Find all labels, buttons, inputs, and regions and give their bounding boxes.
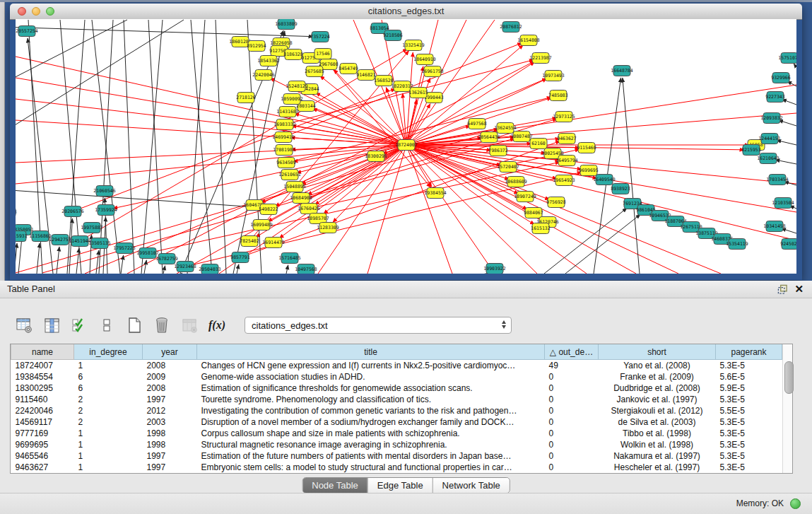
table-cell[interactable]: 0 bbox=[545, 439, 599, 450]
graph-node[interactable]: 11431683 bbox=[276, 107, 298, 117]
table-cell[interactable]: 2012 bbox=[143, 405, 197, 416]
table-row[interactable]: 969969511998Structural magnetic resonanc… bbox=[11, 439, 782, 450]
graph-node[interactable]: 20564436 bbox=[478, 132, 500, 143]
tab-node-table[interactable]: Node Table bbox=[302, 478, 367, 493]
graph-node[interactable]: 12942757 bbox=[49, 235, 71, 245]
table-cell[interactable]: Franke et al. (2009) bbox=[599, 371, 716, 382]
table-cell[interactable]: Changes of HCN gene expression and I(f) … bbox=[197, 360, 545, 372]
graph-node[interactable]: 13505135 bbox=[88, 238, 110, 249]
table-cell[interactable]: Embryonic stem cells: a model to study s… bbox=[197, 462, 545, 473]
graph-node[interactable]: 16983332 bbox=[273, 119, 295, 130]
graph-node[interactable]: 10590092 bbox=[281, 94, 302, 105]
graph-node[interactable]: 8186328 bbox=[283, 49, 302, 60]
scrollbar-thumb[interactable] bbox=[784, 361, 794, 394]
graph-node[interactable]: 16760426 bbox=[298, 204, 319, 214]
table-cell[interactable]: 19384554 bbox=[11, 371, 74, 382]
graph-node[interactable]: 13624554 bbox=[494, 123, 516, 134]
table-cell[interactable]: 2008 bbox=[143, 382, 197, 394]
graph-node[interactable]: 15248129 bbox=[286, 81, 307, 92]
graph-node[interactable]: 15354119 bbox=[726, 239, 748, 250]
graph-node[interactable]: 9055013 bbox=[16, 207, 17, 218]
table-cell[interactable]: Disruption of a novel member of a sodium… bbox=[197, 416, 545, 428]
graph-node[interactable]: 3915931 bbox=[16, 231, 28, 242]
table-cell[interactable]: 1 bbox=[74, 450, 143, 462]
table-row[interactable]: 1830029562008Estimation of significance … bbox=[11, 382, 782, 394]
graph-node[interactable]: 15720407 bbox=[497, 162, 519, 173]
table-cell[interactable]: 1998 bbox=[143, 428, 197, 439]
table-cell[interactable]: 0 bbox=[545, 450, 599, 462]
table-cell[interactable]: 1 bbox=[74, 439, 143, 450]
graph-node[interactable]: 18724007 bbox=[395, 140, 417, 151]
graph-node[interactable]: 15716485 bbox=[278, 253, 300, 264]
table-cell[interactable]: 0 bbox=[545, 405, 599, 416]
graph-node[interactable]: 12923468 bbox=[174, 262, 196, 272]
graph-node[interactable]: 14699419 bbox=[272, 132, 294, 143]
table-scrollbar[interactable] bbox=[782, 344, 792, 473]
row-height-icon[interactable] bbox=[98, 317, 115, 334]
tab-network-table[interactable]: Network Table bbox=[433, 478, 510, 493]
table-cell[interactable]: 0 bbox=[545, 394, 599, 405]
table-cell[interactable]: 18300295 bbox=[11, 382, 74, 394]
table-selector-dropdown[interactable]: citations_edges.txt bbox=[245, 317, 512, 334]
graph-node[interactable]: 8454749 bbox=[339, 64, 358, 74]
graph-node[interactable]: 9218506 bbox=[383, 30, 402, 41]
close-window-icon[interactable] bbox=[18, 7, 26, 16]
table-row[interactable]: 1456911722003Disruption of a novel membe… bbox=[11, 416, 782, 428]
graph-node[interactable]: 7357224 bbox=[310, 32, 329, 42]
table-cell[interactable]: 5.3E-5 bbox=[716, 428, 782, 439]
table-cell[interactable]: Hescheler et al. (1997) bbox=[599, 462, 716, 473]
table-row[interactable]: 946554611997Estimation of the future num… bbox=[11, 450, 782, 462]
graph-node[interactable]: 6497568 bbox=[467, 119, 486, 129]
column-header-3[interactable]: title bbox=[197, 344, 545, 360]
graph-node[interactable]: 16409540 bbox=[593, 175, 615, 185]
table-cell[interactable]: 1 bbox=[74, 360, 143, 372]
graph-node[interactable]: 10903922 bbox=[483, 264, 505, 274]
table-cell[interactable]: 6 bbox=[74, 382, 143, 394]
table-cell[interactable]: Estimation of the future numbers of pati… bbox=[197, 450, 545, 462]
table-cell[interactable]: de Silva et al. (2003) bbox=[599, 416, 716, 428]
table-cell[interactable]: 1 bbox=[74, 428, 143, 439]
graph-node[interactable]: 12213987 bbox=[529, 53, 551, 64]
graph-node[interactable]: 12610651 bbox=[278, 170, 300, 180]
column-header-1[interactable]: in_degree bbox=[74, 344, 143, 360]
table-cell[interactable]: 1997 bbox=[143, 462, 197, 473]
function-builder-icon[interactable]: f(x) bbox=[208, 317, 225, 334]
graph-node[interactable]: 17081983 bbox=[273, 145, 295, 156]
table-cell[interactable]: 2009 bbox=[143, 371, 197, 382]
table-cell[interactable]: 5.3E-5 bbox=[716, 462, 782, 473]
graph-node[interactable]: 16648784 bbox=[611, 66, 632, 76]
graph-node[interactable]: 18907249 bbox=[514, 192, 536, 202]
graph-node[interactable]: 7485083 bbox=[548, 90, 567, 101]
table-cell[interactable]: Investigating the contribution of common… bbox=[197, 405, 545, 416]
graph-node[interactable]: 9245022 bbox=[780, 239, 796, 250]
table-cell[interactable]: 9115460 bbox=[11, 394, 74, 405]
graph-node[interactable]: 22420046 bbox=[252, 70, 274, 81]
table-cell[interactable]: 2 bbox=[74, 405, 143, 416]
network-window-titlebar[interactable]: citations_edges.txt bbox=[10, 4, 802, 20]
graph-node[interactable]: 10341458 bbox=[763, 221, 785, 232]
table-cell[interactable]: 5.3E-5 bbox=[716, 416, 782, 428]
table-cell[interactable]: Tibbo et al. (1998) bbox=[599, 428, 716, 439]
graph-node[interactable]: 20876812 bbox=[500, 22, 522, 33]
table-cell[interactable]: 9465546 bbox=[11, 450, 74, 462]
graph-node[interactable]: 10973493 bbox=[542, 71, 564, 81]
minimize-window-icon[interactable] bbox=[32, 7, 40, 16]
close-panel-icon[interactable]: ✕ bbox=[794, 282, 804, 296]
column-header-4[interactable]: △ out_de… bbox=[545, 344, 599, 360]
graph-node[interactable]: 10684908 bbox=[290, 193, 312, 204]
graph-node[interactable]: 12093832 bbox=[760, 113, 782, 124]
graph-node[interactable]: 9884067 bbox=[524, 208, 543, 218]
graph-node[interactable]: 2675685 bbox=[305, 66, 324, 77]
graph-node[interactable]: 19975887 bbox=[81, 223, 102, 233]
graph-node[interactable]: 15751074 bbox=[778, 53, 796, 64]
table-cell[interactable]: 22420046 bbox=[11, 405, 74, 416]
column-header-6[interactable]: pagerank bbox=[716, 344, 782, 360]
graph-node[interactable]: 12103504 bbox=[772, 198, 794, 209]
tab-edge-table[interactable]: Edge Table bbox=[367, 478, 433, 493]
table-cell[interactable]: Genome-wide association studies in ADHD. bbox=[197, 371, 545, 382]
table-cell[interactable]: 9699695 bbox=[11, 439, 74, 450]
graph-node[interactable]: 9115460 bbox=[577, 143, 596, 153]
column-header-5[interactable]: short bbox=[599, 344, 716, 360]
select-columns-icon[interactable] bbox=[71, 317, 88, 334]
table-row[interactable]: 1872400712008Changes of HCN gene express… bbox=[11, 360, 782, 372]
